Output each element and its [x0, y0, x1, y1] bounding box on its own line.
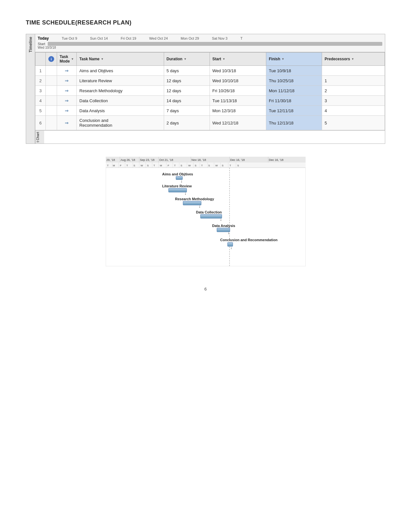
task-predecessors-5: 4: [322, 106, 385, 116]
svg-text:Literature Review: Literature Review: [162, 184, 192, 188]
col-label-task-mode: TaskMode: [60, 54, 70, 64]
task-predecessors-6: 5: [322, 116, 385, 130]
svg-text:T: T: [230, 164, 231, 167]
page-title: TIME SCHEDULE(RESEARCH PLAN): [26, 19, 385, 26]
timeline-start-date: Wed 10/3/18: [38, 46, 382, 49]
task-start-2: Wed 10/10/18: [210, 76, 266, 86]
task-mode-5: ⇒: [57, 106, 77, 116]
col-header-task-name: Task Name ▼: [77, 53, 164, 66]
svg-text:↓: ↓: [181, 179, 182, 183]
timeline-date-4: Wed Oct 24: [149, 36, 168, 40]
svg-text:F: F: [120, 164, 122, 167]
timeline-date-3: Fri Oct 19: [121, 36, 136, 40]
task-table: i TaskMode ▼ Task Name ▼: [35, 52, 385, 130]
gantt-main: Today Tue Oct 9 Sun Oct 14 Fri Oct 19 We…: [35, 34, 385, 143]
col-header-info: i: [46, 53, 57, 66]
task-mode-4: ⇒: [57, 96, 77, 106]
svg-text:W: W: [141, 164, 143, 167]
col-label-predecessors: Predecessors: [325, 57, 350, 61]
svg-text:Research Methodology: Research Methodology: [175, 197, 214, 201]
col-label-finish: Finish: [269, 57, 280, 61]
timeline-progress-bar: [48, 42, 382, 46]
task-name-2: Literature Review: [77, 76, 164, 86]
task-duration-4: 14 days: [164, 96, 210, 106]
svg-text:Dec 16, '18: Dec 16, '18: [230, 158, 245, 162]
task-duration-3: 12 days: [164, 86, 210, 96]
svg-text:T: T: [107, 164, 109, 167]
task-mode-arrow[interactable]: ▼: [71, 57, 74, 61]
svg-text:↓: ↓: [228, 231, 230, 235]
svg-text:Oct 21, '18: Oct 21, '18: [159, 158, 173, 162]
svg-text:29, '18: 29, '18: [106, 158, 115, 162]
duration-arrow[interactable]: ▼: [184, 57, 187, 61]
svg-text:S: S: [147, 164, 149, 167]
svg-text:Aug 26, '18: Aug 26, '18: [121, 158, 135, 162]
row-info-3: [46, 86, 57, 96]
task-duration-2: 12 days: [164, 76, 210, 86]
svg-text:Nov 18, '18: Nov 18, '18: [191, 158, 206, 162]
timeline-sidebar: Timeline: [26, 34, 35, 143]
task-mode-icon: ⇒: [65, 78, 69, 83]
task-start-6: Wed 12/12/18: [210, 116, 266, 130]
task-mode-1: ⇒: [57, 66, 77, 76]
chart-sidebar-label: t Chart: [35, 131, 44, 143]
svg-text:Sep 23, '18: Sep 23, '18: [140, 158, 154, 162]
task-name-arrow[interactable]: ▼: [101, 57, 104, 61]
task-name-1: Aims and Objtives: [77, 66, 164, 76]
col-header-task-mode: TaskMode ▼: [57, 53, 77, 66]
svg-text:S: S: [181, 164, 182, 167]
row-num-5: 5: [35, 106, 46, 116]
svg-text:↓: ↓: [220, 217, 222, 222]
svg-text:T: T: [174, 164, 176, 167]
svg-text:F: F: [168, 164, 169, 167]
task-finish-1: Tue 10/9/18: [266, 66, 322, 76]
task-mode-2: ⇒: [57, 76, 77, 86]
timeline-date-5: Mon Oct 29: [181, 36, 199, 40]
start-label: Start: [38, 42, 45, 46]
task-mode-6: ⇒: [57, 116, 77, 130]
col-header-predecessors: Predecessors ▼: [322, 53, 385, 66]
task-start-4: Tue 11/13/18: [210, 96, 266, 106]
task-duration-1: 5 days: [164, 66, 210, 76]
svg-text:T: T: [201, 164, 203, 167]
row-info-5: [46, 106, 57, 116]
task-duration-5: 7 days: [164, 106, 210, 116]
svg-text:↓: ↓: [230, 246, 232, 250]
start-arrow[interactable]: ▼: [222, 57, 225, 61]
task-mode-icon: ⇒: [65, 88, 69, 93]
predecessors-arrow[interactable]: ▼: [351, 57, 354, 61]
row-info-6: [46, 116, 57, 130]
row-num-4: 4: [35, 96, 46, 106]
task-name-3: Research Methodology: [77, 86, 164, 96]
col-header-start: Start ▼: [210, 53, 266, 66]
task-mode-icon: ⇒: [65, 68, 69, 73]
svg-text:M: M: [160, 164, 162, 167]
svg-text:T: T: [153, 164, 155, 167]
svg-rect-61: [169, 188, 187, 192]
svg-text:S: S: [195, 164, 196, 167]
svg-text:T: T: [126, 164, 128, 167]
svg-text:S: S: [133, 164, 135, 167]
svg-text:S: S: [222, 164, 223, 167]
task-finish-5: Tue 12/11/18: [266, 106, 322, 116]
chart-label-row: t Chart: [35, 130, 385, 143]
timeline-date-7: T: [240, 36, 243, 40]
row-num-6: 6: [35, 116, 46, 130]
info-icon: i: [48, 56, 54, 62]
task-mode-icon: ⇒: [65, 98, 69, 103]
col-label-duration: Duration: [167, 57, 182, 61]
task-finish-3: Mon 11/12/18: [266, 86, 322, 96]
task-name-6: Conclusion and Recommendation: [77, 116, 164, 130]
svg-text:S: S: [208, 164, 210, 167]
svg-text:W: W: [215, 164, 218, 167]
finish-arrow[interactable]: ▼: [281, 57, 284, 61]
task-predecessors-3: 2: [322, 86, 385, 96]
timeline-today: Today: [38, 36, 49, 41]
gantt-chart-visual: 29, '18 Aug 26, '18 Sep 23, '18 Oct 21, …: [106, 157, 306, 267]
col-header-finish: Finish ▼: [266, 53, 322, 66]
svg-text:Conclusion and Recommendation: Conclusion and Recommendation: [220, 238, 278, 242]
task-mode-icon: ⇒: [65, 108, 69, 113]
svg-text:M: M: [113, 164, 115, 167]
task-finish-6: Thu 12/13/18: [266, 116, 322, 130]
task-finish-2: Thu 10/25/18: [266, 76, 322, 86]
